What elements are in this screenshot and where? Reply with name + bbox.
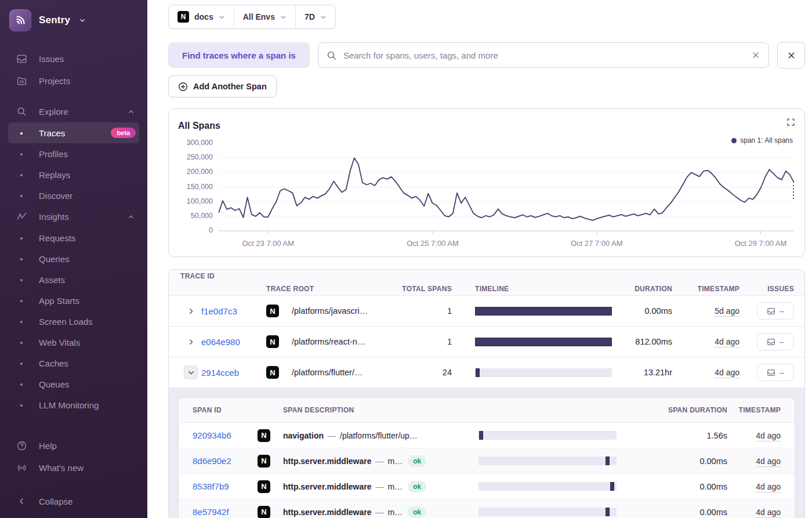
insights-icon — [14, 211, 28, 222]
project-filter[interactable]: N docs — [169, 5, 234, 28]
sidebar-collapse-button[interactable]: Collapse — [8, 490, 139, 512]
sidebar-item-screen-loads[interactable]: •Screen Loads — [8, 311, 139, 332]
span-duration: 0.00ms — [699, 508, 727, 517]
sidebar-item-caches[interactable]: •Caches — [8, 353, 139, 374]
sidebar-item-label: Queues — [39, 379, 70, 389]
sidebar-item-replays[interactable]: •Replays — [8, 164, 139, 185]
trace-id-link[interactable]: e064e980 — [201, 337, 266, 347]
sidebar: Sentry IssuesProjectsExplore•Tracesbeta•… — [0, 0, 147, 518]
timeline-cell — [475, 338, 612, 346]
span-id-link[interactable]: 8538f7b9 — [193, 481, 258, 491]
timeline-track — [478, 482, 617, 491]
sidebar-item-profiles[interactable]: •Profiles — [8, 143, 139, 164]
add-another-span-button[interactable]: Add Another Span — [168, 75, 277, 97]
environment-filter[interactable]: All Envs — [234, 5, 295, 28]
y-axis-tick-label: 200,000 — [187, 168, 213, 176]
y-axis-tick-label: 300,000 — [187, 139, 213, 147]
sidebar-item-label: Screen Loads — [39, 317, 93, 327]
issues-empty-dash: – — [780, 306, 784, 316]
timeline-cell — [475, 307, 612, 316]
org-switcher[interactable]: Sentry — [0, 7, 147, 34]
date-range-filter[interactable]: 7D — [295, 5, 335, 28]
app-root: Sentry IssuesProjectsExplore•Tracesbeta•… — [0, 0, 812, 518]
search-bar[interactable] — [318, 42, 769, 68]
sidebar-item-queries[interactable]: •Queries — [8, 248, 139, 269]
span-id-link[interactable]: 8d6e90e2 — [193, 456, 258, 466]
timeline-track — [475, 338, 612, 346]
find-traces-label: Find traces where a span is — [168, 42, 310, 68]
sidebar-item-queues[interactable]: •Queues — [8, 374, 139, 394]
environment-filter-value: All Envs — [243, 12, 275, 21]
chart-x-axis: Oct 23 7:00 AMOct 25 7:00 AMOct 27 7:00 … — [219, 238, 794, 249]
bullet-icon: • — [14, 170, 28, 180]
chevron-down-icon — [280, 14, 287, 20]
sidebar-item-label: Replays — [39, 170, 70, 180]
trace-id-link[interactable]: 2914cceb — [201, 368, 266, 378]
span-row[interactable]: 920934b6Nnavigation—/platforms/flutter/u… — [179, 423, 795, 448]
sidebar-item-llm-monitoring[interactable]: •LLM Monitoring — [8, 394, 139, 415]
span-row[interactable]: 8d6e90e2Nhttp.server.middleware—m…ok0.00… — [179, 448, 795, 474]
trace-root: /platforms/react-n… — [292, 337, 388, 346]
expand-row-button[interactable] — [187, 338, 195, 346]
x-axis-tick-label: Oct 23 7:00 AM — [242, 239, 294, 248]
issues-icon — [14, 53, 28, 64]
span-id-link[interactable]: 920934b6 — [193, 430, 258, 440]
sidebar-item-assets[interactable]: •Assets — [8, 269, 139, 290]
span-sub-table: SPAN IDSPAN DESCRIPTIONSPAN DURATIONTIME… — [178, 397, 795, 518]
sidebar-item-label: Assets — [39, 275, 65, 285]
sidebar-item-requests[interactable]: •Requests — [8, 227, 139, 248]
issues-chip[interactable]: – — [757, 364, 794, 381]
sidebar-item-label: Projects — [39, 76, 70, 86]
column-header-span-description: SPAN DESCRIPTION — [283, 406, 478, 414]
bullet-icon: • — [14, 358, 28, 368]
timestamp: 4d ago — [756, 481, 781, 492]
nextjs-platform-icon: N — [258, 480, 283, 493]
expand-row-button[interactable] — [187, 307, 195, 315]
sidebar-item-whats-new[interactable]: What's new — [8, 457, 139, 479]
issues-chip[interactable]: – — [757, 333, 794, 350]
sidebar-item-app-starts[interactable]: •App Starts — [8, 290, 139, 311]
x-axis-tick-label: Oct 27 7:00 AM — [571, 239, 623, 248]
total-spans: 1 — [447, 306, 452, 316]
span-row[interactable]: 8538f7b9Nhttp.server.middleware—m…ok0.00… — [179, 474, 795, 499]
inbox-icon — [767, 368, 775, 377]
traces-table-header: TRACE IDTRACE ROOTTOTAL SPANSTIMELINEDUR… — [169, 270, 804, 296]
issues-chip[interactable]: – — [757, 302, 794, 320]
clear-search-icon[interactable] — [751, 50, 760, 60]
trace-row[interactable]: f1e0d7c3N/platforms/javascri…10.00ms5d a… — [169, 296, 804, 327]
sidebar-item-label: Traces — [39, 128, 65, 138]
search-input[interactable] — [342, 50, 745, 61]
span-id-link[interactable]: 8e57942f — [193, 507, 258, 517]
span-row[interactable]: 8e57942fNhttp.server.middleware—m…ok0.00… — [179, 499, 795, 518]
sidebar-item-insights[interactable]: Insights — [8, 206, 139, 227]
fullscreen-icon[interactable] — [786, 118, 795, 126]
sidebar-item-projects[interactable]: Projects — [8, 70, 139, 92]
sidebar-item-traces[interactable]: •Tracesbeta — [8, 122, 139, 143]
inbox-icon — [767, 307, 775, 316]
column-header-total-spans: TOTAL SPANS — [402, 285, 452, 293]
timeline-cell — [478, 508, 617, 516]
sidebar-item-label: What's new — [39, 463, 84, 473]
timeline-bar — [475, 338, 612, 346]
collapse-row-button[interactable] — [184, 365, 198, 379]
all-spans-chart-panel: All Spans span 1: All spans 050,000100,0… — [168, 108, 805, 257]
sidebar-item-web-vitals[interactable]: •Web Vitals — [8, 332, 139, 353]
trace-row[interactable]: 2914ccebN/platforms/flutter/…2413.21hr4d… — [169, 357, 804, 388]
sidebar-item-label: Caches — [39, 358, 68, 368]
trace-id-link[interactable]: f1e0d7c3 — [201, 306, 266, 316]
chevron-down-icon — [320, 14, 327, 20]
close-icon — [786, 50, 796, 60]
nextjs-platform-icon: N — [177, 11, 189, 23]
sidebar-item-discover[interactable]: •Discover — [8, 185, 139, 206]
sidebar-item-label: Discover — [39, 191, 72, 201]
issues-cell: – — [757, 364, 794, 381]
sidebar-item-label: Issues — [39, 54, 64, 64]
trace-row[interactable]: e064e980N/platforms/react-n…1812.00ms4d … — [169, 327, 804, 357]
sidebar-item-help[interactable]: Help — [8, 434, 139, 457]
chevron-down-icon — [79, 17, 86, 24]
column-header-trace-root: TRACE ROOT — [266, 285, 388, 293]
close-button[interactable] — [777, 42, 805, 68]
sidebar-item-issues[interactable]: Issues — [8, 48, 139, 70]
issues-empty-dash: – — [780, 337, 784, 346]
sidebar-item-explore[interactable]: Explore — [8, 101, 139, 122]
